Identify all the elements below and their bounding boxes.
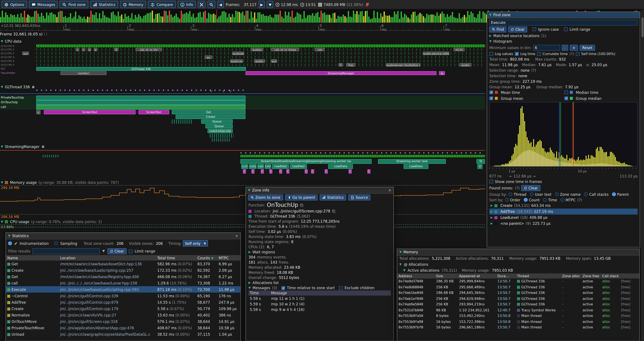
stats-table-header[interactable]: Name Location Total time Counts ▼ MTPC bbox=[6, 255, 240, 261]
alloc-callstack-link[interactable]: alloc bbox=[601, 291, 620, 295]
histogram-bar-yellow[interactable] bbox=[552, 152, 553, 166]
zone-bar[interactable] bbox=[36, 96, 246, 100]
cpu-usage-plot-header[interactable]: ▼ CPU usage (y-range: 0.78%, visible dat… bbox=[1, 220, 102, 224]
expand-icon[interactable]: ▶ bbox=[490, 204, 493, 207]
self-time-checkbox[interactable] bbox=[576, 52, 580, 56]
ignore-case-checkbox[interactable] bbox=[532, 27, 536, 31]
histogram-bar-yellow[interactable] bbox=[570, 159, 571, 166]
message-dot[interactable] bbox=[428, 152, 429, 154]
message-dot[interactable] bbox=[292, 152, 293, 154]
radio-icon[interactable] bbox=[584, 192, 588, 196]
histogram-bar-yellow[interactable] bbox=[548, 152, 550, 166]
message-dot[interactable] bbox=[414, 152, 415, 154]
stats-row[interactable]: Createjni/../src/claw/base/LuaScripting.… bbox=[6, 267, 240, 273]
zone-bar[interactable]: Streaming worker task bbox=[378, 159, 446, 164]
message-dot[interactable] bbox=[149, 90, 150, 91]
message-dot[interactable] bbox=[120, 90, 122, 91]
col-total-time[interactable]: Total time bbox=[156, 256, 196, 260]
main-scrollbar[interactable] bbox=[641, 10, 644, 341]
clear-filter-button[interactable]: ∅Clear bbox=[108, 248, 126, 254]
source-button[interactable]: Source bbox=[348, 194, 370, 200]
histogram-bar-yellow[interactable] bbox=[502, 164, 503, 166]
zone-bar[interactable]: audio.se bbox=[230, 59, 243, 63]
histogram-bar-yellow[interactable] bbox=[564, 158, 565, 166]
show-zone-time-checkbox[interactable] bbox=[489, 180, 493, 183]
zone-bar[interactable]: c bbox=[82, 48, 85, 51]
radio-icon[interactable] bbox=[530, 192, 534, 196]
alloc-callstack-link[interactable]: alloc bbox=[601, 320, 620, 324]
histogram-bar-yellow[interactable] bbox=[551, 150, 552, 166]
message-dot[interactable] bbox=[172, 90, 174, 91]
message-dot[interactable] bbox=[390, 152, 392, 154]
histogram-bar-yellow[interactable] bbox=[519, 126, 520, 166]
histogram-bar-yellow[interactable] bbox=[615, 157, 616, 166]
frame-marker-icon[interactable]: ▽ bbox=[210, 90, 212, 93]
zone-bar[interactable]: mi.th bbox=[454, 48, 464, 51]
zone-bar[interactable]: Queue bbox=[206, 124, 233, 128]
zone-bar[interactable]: cds_ol_rx_thr bbox=[136, 48, 162, 51]
histogram-bar-yellow[interactable] bbox=[546, 152, 547, 166]
zone-bar[interactable]: LoadDaU bbox=[272, 164, 289, 169]
legend-checkbox[interactable] bbox=[564, 90, 568, 94]
min-bin-decrease-button[interactable]: - bbox=[562, 45, 568, 51]
zone-bar[interactable]: E bbox=[114, 48, 118, 51]
allocation-row[interactable]: 0x7553b9fa508 bytes153,492,240ns13:50.8M… bbox=[397, 313, 639, 319]
histogram-bar-yellow[interactable] bbox=[565, 159, 566, 166]
message-dot[interactable] bbox=[135, 90, 136, 91]
col-name[interactable]: Name bbox=[6, 256, 59, 260]
histogram-bar-yellow[interactable] bbox=[591, 155, 592, 166]
message-dot[interactable] bbox=[97, 90, 98, 91]
alloc-callstack-link[interactable]: alloc bbox=[601, 280, 620, 283]
message-dot[interactable] bbox=[282, 152, 284, 154]
collapse-icon[interactable]: ▼ bbox=[399, 263, 402, 266]
collapse-icon[interactable]: ▼ bbox=[1, 145, 3, 148]
histogram-bar-yellow[interactable] bbox=[505, 163, 506, 166]
histogram-bar-yellow[interactable] bbox=[632, 166, 632, 166]
col-zone-free[interactable]: Zone free bbox=[581, 274, 601, 278]
allocation-row[interactable]: 0x74ab1be040186.68 KB294,645,364ns13:50.… bbox=[397, 290, 639, 296]
message-dot[interactable] bbox=[273, 152, 274, 154]
zone-bar[interactable]: C bbox=[279, 169, 282, 174]
histogram-bar-yellow[interactable] bbox=[544, 148, 544, 166]
message-dot[interactable] bbox=[111, 90, 112, 91]
zone-bar[interactable]: GLThread 336 bbox=[36, 67, 246, 71]
allocation-row[interactable]: 0x74ab1ef040256 KB294,629,948ns13:50.7GL… bbox=[397, 296, 639, 301]
collapse-icon[interactable]: ▼ bbox=[248, 189, 250, 192]
histogram-bar-yellow[interactable] bbox=[508, 163, 508, 166]
radio-icon[interactable] bbox=[555, 192, 559, 196]
zone-bar[interactable]: C bbox=[325, 169, 328, 174]
histogram-bar-yellow[interactable] bbox=[514, 147, 515, 166]
time-relative-checkbox[interactable] bbox=[281, 286, 285, 290]
histogram-bar-yellow[interactable] bbox=[538, 141, 539, 166]
sort-by-option[interactable]: Order bbox=[505, 198, 520, 202]
message-dot[interactable] bbox=[168, 90, 169, 91]
message-dot[interactable] bbox=[330, 152, 331, 154]
frame-marker-icon[interactable]: ▽ bbox=[229, 90, 231, 93]
zone-bar[interactable] bbox=[172, 119, 192, 124]
message-dot[interactable] bbox=[186, 90, 188, 91]
allocations-list-toggle[interactable]: ▶ Allocations list bbox=[246, 280, 394, 285]
histogram-bar-yellow[interactable] bbox=[555, 157, 556, 166]
find-zone-titlebar[interactable]: ▼ Find zone bbox=[487, 12, 640, 18]
histogram-bar-yellow[interactable] bbox=[522, 106, 522, 166]
histogram-bar-yellow[interactable] bbox=[597, 147, 598, 166]
copy-icon[interactable] bbox=[300, 203, 303, 207]
histogram-toggle[interactable]: ▼ Histogram bbox=[489, 39, 638, 43]
col-address[interactable]: Address bbox=[397, 274, 435, 278]
zone-bar[interactable]: LoadData bbox=[328, 164, 353, 169]
message-dot[interactable] bbox=[362, 152, 364, 154]
allocation-row[interactable]: 0x7531d7b04096 KB1:10 234,952,16112:40.7… bbox=[397, 307, 639, 313]
histogram-bar-yellow[interactable] bbox=[580, 160, 581, 166]
message-dot[interactable] bbox=[306, 152, 307, 154]
collapse-icon[interactable]: ▼ bbox=[8, 234, 10, 238]
histogram-bar-yellow[interactable] bbox=[504, 165, 505, 166]
zone-bar[interactable]: C bbox=[269, 169, 272, 174]
histogram-bar-yellow[interactable] bbox=[526, 132, 526, 166]
zone-info-titlebar[interactable]: ▼ Zone info × bbox=[246, 187, 394, 194]
radio-icon[interactable] bbox=[543, 198, 547, 202]
go-to-parent-button[interactable]: Go to parent bbox=[285, 194, 318, 200]
histogram-bar-yellow[interactable] bbox=[623, 163, 624, 166]
stats-row[interactable]: OnTouchMovejni/../jni/src/guif/Screen.cp… bbox=[6, 318, 240, 324]
histogram-bar-yellow[interactable] bbox=[602, 149, 603, 166]
zone-bar[interactable]: ScreenText bbox=[44, 110, 136, 114]
